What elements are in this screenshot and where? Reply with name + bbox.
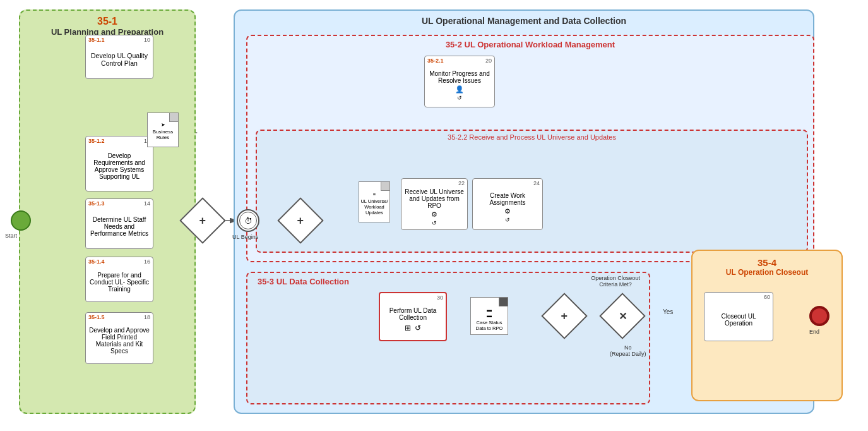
ul-universe-doc: ≡ UL Universe/ Workload Updates [359,181,390,222]
section-operational-title: UL Operational Management and Data Colle… [235,11,813,31]
diagram-container: 35-1 UL Planning and Preparation UL Oper… [0,0,868,431]
task-receive-universe[interactable]: 22 Receive UL Universe and Updates from … [401,178,468,230]
ul-begins-timer: ⏱ [237,209,259,232]
business-rules-doc: ➤ Business Rules [147,112,179,147]
task-closeout-operation[interactable]: 60 Closeout UL Operation [704,292,773,341]
task-determine-staff[interactable]: 14 35-1.3 Determine UL Staff Needs and P… [85,198,153,249]
create-loop: ↺ [505,217,510,223]
section-workload-title: 35-2 UL Operational Workload Management [247,36,813,53]
task-develop-quality-control[interactable]: 10 35-1.1 Develop UL Quality Control Pla… [85,35,153,79]
task-create-assignments[interactable]: 24 Create Work Assignments ⚙ ↺ [472,178,543,230]
start-event [11,210,31,231]
case-status-doc: ▬▬ Case Status Data to RPO [470,297,508,335]
section-data: 35-3 UL Data Collection [246,272,650,404]
yes-label: Yes [663,308,673,315]
end-event [809,306,829,326]
data-loop-icon: ↺ [415,324,421,332]
task-develop-requirements[interactable]: 12 35-1.2 Develop Requirements and Appro… [85,136,153,191]
ul-begins-label: UL Begins [232,234,258,240]
receive-settings-icon: ⚙ [431,210,437,219]
task-perform-data-collection[interactable]: 30 Perform UL Data Collection ⊞ ↺ [379,292,447,341]
task-monitor-progress[interactable]: 20 35-2.1 Monitor Progress and Resolve I… [424,56,495,107]
receive-loop: ↺ [432,220,437,226]
section-data-title: 35-3 UL Data Collection [247,273,649,288]
monitor-icon: 👤 [455,85,464,94]
expand-icon: ⊞ [405,324,411,332]
section-receive-title: 35-2.2 Receive and Process UL Universe a… [257,131,807,143]
no-label: No (Repeat Daily) [610,344,646,357]
closeout-criteria-label: Operation Closeout Criteria Met? [590,275,641,288]
section-closeout-title: 35-4 UL Operation Closeout [693,251,841,279]
create-settings-icon: ⚙ [504,207,511,216]
task-develop-field-materials[interactable]: 18 35-1.5 Develop and Approve Field Prin… [85,312,153,364]
start-label: Start [5,233,17,239]
task-prepare-training[interactable]: 16 35-1.4 Prepare for and Conduct UL- Sp… [85,257,153,302]
monitor-loop: ↺ [457,95,462,101]
end-label: End [809,329,819,335]
